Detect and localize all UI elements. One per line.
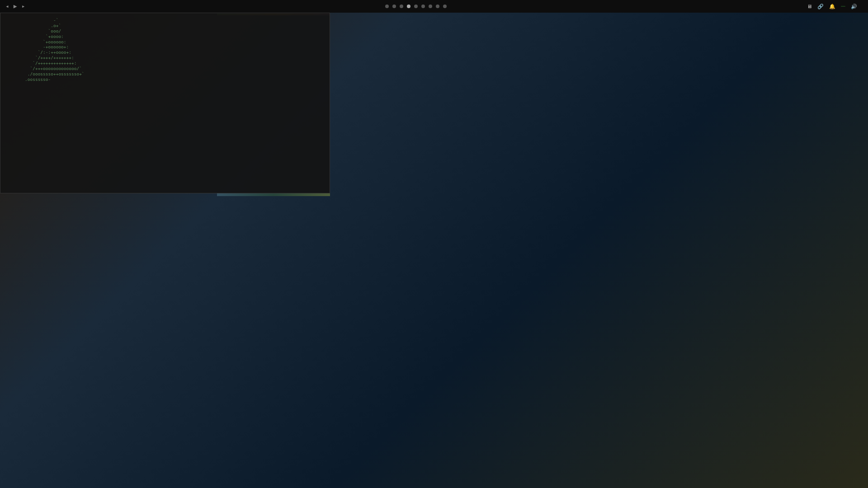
- workspace-dot-5[interactable]: [414, 5, 418, 8]
- wall-strip-mid: [217, 193, 330, 196]
- network-icon: 🔗: [817, 4, 824, 9]
- workspace-dot-4[interactable]: [407, 5, 410, 8]
- neofetch-terminal: -` .o+` `ooo/ `+oooo: `+oooooo: -+oooooo…: [0, 13, 330, 193]
- workspace-dot-3[interactable]: [400, 5, 403, 8]
- workspace-dot-8[interactable]: [436, 5, 439, 8]
- topbar-right: 🖥 🔗 🔔 🔊: [807, 4, 863, 9]
- workspace-dot-1[interactable]: [385, 5, 389, 8]
- topbar-left: ◂ ▶ ▸: [5, 3, 25, 10]
- bell-icon: 🔔: [829, 4, 835, 9]
- monitor-icon: 🖥: [807, 4, 812, 9]
- workspace-dot-6[interactable]: [421, 5, 425, 8]
- volume-status: 🔊: [851, 4, 857, 9]
- topbar-center: [385, 5, 447, 8]
- workspace-dot-9[interactable]: [443, 5, 447, 8]
- prev-icon[interactable]: ◂: [5, 3, 9, 10]
- workspace-dot-2[interactable]: [392, 5, 396, 8]
- play-icon[interactable]: ▶: [14, 3, 17, 10]
- cpu-status: [841, 6, 845, 7]
- next-icon[interactable]: ▸: [22, 3, 25, 10]
- topbar: ◂ ▶ ▸ 🖥 🔗 🔔 🔊: [0, 0, 868, 13]
- workspace-dot-7[interactable]: [429, 5, 432, 8]
- ascii-art: -` .o+` `ooo/ `+oooo: `+oooooo: -+oooooo…: [7, 18, 85, 82]
